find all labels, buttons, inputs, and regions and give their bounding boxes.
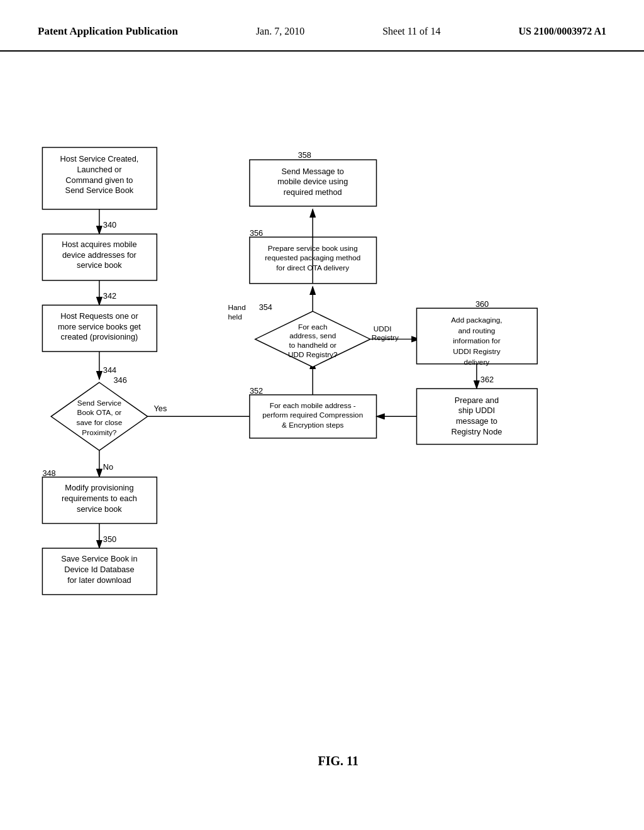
svg-text:Proximity?: Proximity? bbox=[82, 428, 117, 437]
svg-text:Host Service Created,: Host Service Created, bbox=[60, 154, 138, 163]
header-patent: US 2100/0003972 A1 bbox=[518, 26, 606, 37]
svg-text:& Encryption steps: & Encryption steps bbox=[282, 421, 343, 429]
svg-text:Launched or: Launched or bbox=[77, 165, 122, 174]
svg-text:Hand: Hand bbox=[228, 303, 245, 312]
svg-text:344: 344 bbox=[103, 365, 116, 375]
svg-text:360: 360 bbox=[475, 299, 489, 309]
svg-text:perform required Compression: perform required Compression bbox=[262, 411, 363, 419]
svg-text:356: 356 bbox=[250, 228, 263, 238]
svg-text:device addresses for: device addresses for bbox=[62, 250, 137, 260]
svg-text:to handheld or: to handheld or bbox=[289, 341, 337, 350]
page-header: Patent Application Publication Jan. 7, 2… bbox=[0, 0, 644, 52]
svg-text:Registry Node: Registry Node bbox=[451, 427, 502, 436]
svg-text:information for: information for bbox=[453, 336, 500, 345]
svg-text:Save Service Book in: Save Service Book in bbox=[61, 554, 137, 563]
svg-text:Host acquires mobile: Host acquires mobile bbox=[62, 240, 136, 249]
svg-text:Registry: Registry bbox=[372, 333, 399, 342]
svg-text:362: 362 bbox=[480, 375, 494, 384]
svg-text:352: 352 bbox=[250, 386, 263, 396]
svg-text:more service books get: more service books get bbox=[58, 322, 141, 331]
svg-text:UDD Registry?: UDD Registry? bbox=[288, 350, 338, 359]
svg-text:UDDI Registry: UDDI Registry bbox=[453, 347, 500, 356]
fig-label: FIG. 11 bbox=[318, 754, 358, 768]
svg-text:ship UDDI: ship UDDI bbox=[458, 406, 495, 415]
svg-text:required method: required method bbox=[284, 187, 342, 197]
svg-text:service book: service book bbox=[77, 504, 122, 514]
svg-text:requirements to each: requirements to each bbox=[62, 494, 137, 503]
svg-text:and routing: and routing bbox=[458, 326, 495, 335]
svg-text:Send Service: Send Service bbox=[77, 399, 122, 407]
svg-text:For each mobile address -: For each mobile address - bbox=[270, 401, 356, 410]
diagram-area: Host Service Created, Launched or Comman… bbox=[0, 52, 644, 806]
svg-text:for later download: for later download bbox=[67, 575, 131, 585]
svg-text:348: 348 bbox=[42, 468, 55, 478]
svg-text:Send Service Book: Send Service Book bbox=[65, 185, 134, 195]
svg-text:Add packaging,: Add packaging, bbox=[451, 316, 502, 324]
svg-text:created (provisioning): created (provisioning) bbox=[61, 332, 138, 341]
svg-text:Yes: Yes bbox=[153, 404, 167, 413]
svg-text:held: held bbox=[228, 313, 242, 321]
svg-text:346: 346 bbox=[114, 375, 127, 385]
header-sheet: Sheet 11 of 14 bbox=[382, 26, 440, 37]
svg-text:Device Id Database: Device Id Database bbox=[64, 565, 134, 574]
svg-text:UDDI: UDDI bbox=[374, 324, 392, 333]
svg-text:Host Requests one or: Host Requests one or bbox=[60, 311, 138, 321]
svg-text:Send Message to: Send Message to bbox=[282, 167, 344, 176]
svg-text:address, send: address, send bbox=[289, 331, 336, 340]
svg-text:358: 358 bbox=[298, 150, 311, 160]
svg-text:mobile device using: mobile device using bbox=[277, 177, 348, 186]
svg-text:340: 340 bbox=[103, 220, 116, 230]
svg-text:354: 354 bbox=[259, 302, 272, 312]
svg-text:350: 350 bbox=[103, 534, 116, 544]
header-center: Jan. 7, 2010 bbox=[256, 26, 304, 37]
svg-text:Book OTA, or: Book OTA, or bbox=[77, 408, 122, 417]
svg-text:For each: For each bbox=[298, 323, 328, 331]
svg-text:message to: message to bbox=[456, 416, 497, 426]
svg-text:342: 342 bbox=[103, 291, 116, 301]
svg-text:No: No bbox=[103, 462, 113, 472]
svg-text:service book: service book bbox=[77, 260, 122, 270]
svg-text:save for close: save for close bbox=[77, 418, 123, 427]
svg-text:Command given to: Command given to bbox=[65, 175, 133, 185]
header-left: Patent Application Publication bbox=[38, 25, 178, 38]
svg-text:Prepare and: Prepare and bbox=[455, 396, 499, 405]
svg-text:Modify provisioning: Modify provisioning bbox=[65, 483, 133, 492]
